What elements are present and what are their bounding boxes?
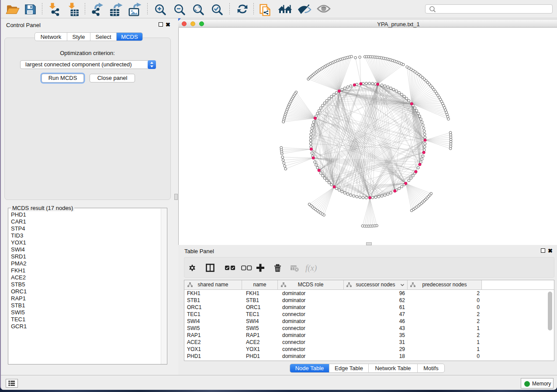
svg-text:f(x): f(x)	[305, 263, 317, 273]
